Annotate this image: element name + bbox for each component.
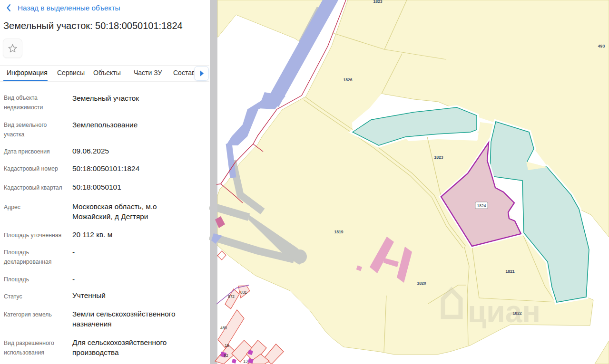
svg-text:493: 493: [598, 44, 605, 48]
svg-text:1819: 1819: [334, 230, 343, 234]
svg-text:831: 831: [240, 290, 247, 295]
svg-text:1820: 1820: [417, 281, 426, 286]
svg-text:872: 872: [228, 294, 235, 299]
svg-text:1821: 1821: [505, 269, 514, 274]
svg-text:1822: 1822: [512, 311, 521, 316]
svg-text:480: 480: [220, 326, 227, 330]
svg-text:циан: циан: [468, 295, 540, 329]
svg-text:92: 92: [224, 353, 228, 358]
svg-text:1826: 1826: [343, 77, 352, 82]
svg-text:13: 13: [243, 359, 248, 364]
svg-text:1823: 1823: [434, 155, 443, 160]
svg-text:1824: 1824: [477, 203, 486, 208]
svg-text:1823: 1823: [373, 0, 382, 4]
svg-text:19: 19: [225, 343, 229, 348]
